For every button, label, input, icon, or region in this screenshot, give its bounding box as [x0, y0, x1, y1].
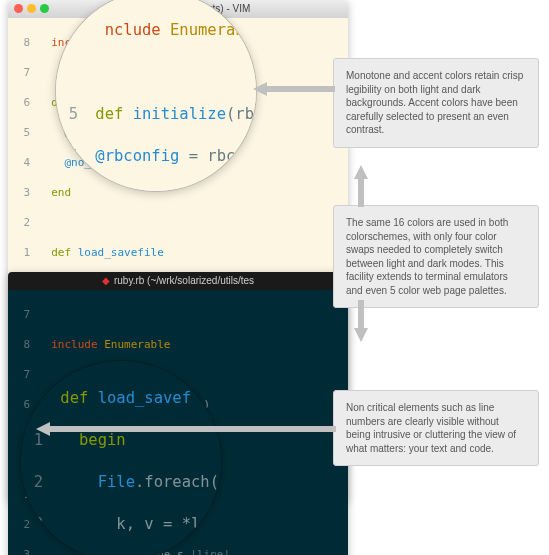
magnifier-dark: def load_savef 1 begin 2 File.foreach( 3…	[20, 360, 222, 555]
callout-sixteen: The same 16 colors are used in both colo…	[333, 205, 539, 308]
callout-text: The same 16 colors are used in both colo…	[346, 217, 508, 296]
arrow-left-icon	[36, 420, 336, 438]
zoom-icon[interactable]	[40, 4, 49, 13]
dark-tab-label: ruby.rb (~/wrk/solarized/utils/tes	[114, 275, 254, 286]
svg-marker-3	[36, 422, 336, 436]
arrow-up-icon	[352, 165, 370, 207]
callout-accent: Monotone and accent colors retain crisp …	[333, 58, 539, 148]
callout-text: Non critical elements such as line numbe…	[346, 402, 516, 454]
arrow-icon	[253, 80, 335, 98]
close-icon[interactable]	[14, 4, 23, 13]
minimize-icon[interactable]	[27, 4, 36, 13]
svg-marker-1	[354, 165, 368, 207]
callout-text: Monotone and accent colors retain crisp …	[346, 70, 523, 135]
svg-marker-2	[354, 300, 368, 342]
arrow-down-icon	[352, 300, 370, 342]
callout-linenums: Non critical elements such as line numbe…	[333, 390, 539, 466]
dark-tabbar[interactable]: ◆ruby.rb (~/wrk/solarized/utils/tes	[8, 272, 348, 290]
ruby-icon: ◆	[102, 275, 110, 286]
svg-marker-0	[253, 82, 335, 96]
